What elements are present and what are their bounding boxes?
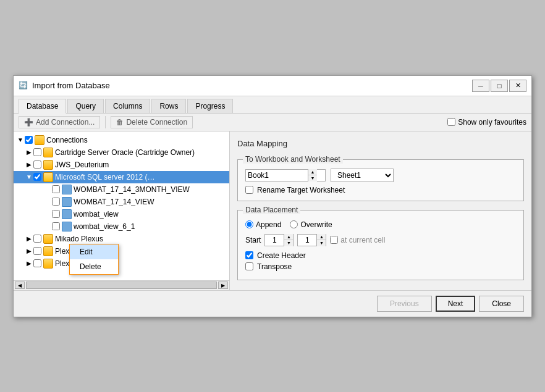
overwrite-radio[interactable] xyxy=(290,220,298,228)
wombat-view-checkbox[interactable] xyxy=(52,210,60,218)
folder-icon xyxy=(35,135,44,145)
add-icon: ➕ xyxy=(24,118,33,127)
workbook-up[interactable]: ▲ xyxy=(308,169,317,175)
tab-columns[interactable]: Columns xyxy=(105,99,150,113)
at-current-cell[interactable]: at current cell xyxy=(330,236,385,244)
expand-icon[interactable]: ▶ xyxy=(25,161,33,169)
connection-tree[interactable]: ▼ Connections ▶ Cartridge Server Oracle … xyxy=(14,131,229,280)
previous-button[interactable]: Previous xyxy=(377,296,432,312)
radio-row: Append Overwrite xyxy=(245,220,516,229)
workbook-group-title: To Workbook and Worksheet xyxy=(243,155,343,164)
transpose-label: Transpose xyxy=(257,262,292,271)
rename-target-checkbox[interactable] xyxy=(245,186,253,194)
expand-icon[interactable]: ▶ xyxy=(25,148,33,157)
title-bar: 🔄 Import from Database ─ □ ✕ xyxy=(14,76,531,96)
close-window-button[interactable]: ✕ xyxy=(509,80,526,92)
expand-icon[interactable]: ▼ xyxy=(16,136,25,144)
workbook-group: To Workbook and Worksheet Book1 ▲ ▼ Shee… xyxy=(237,159,524,201)
tabs-bar: Database Query Columns Rows Progress xyxy=(14,96,531,114)
scroll-right-button[interactable]: ▶ xyxy=(218,281,228,289)
append-option[interactable]: Append xyxy=(245,220,281,229)
show-favourites-checkbox[interactable] xyxy=(447,118,455,126)
bottom-bar: Previous Next Close xyxy=(14,290,531,317)
window-controls: ─ □ ✕ xyxy=(472,80,526,92)
mikado-checkbox[interactable] xyxy=(33,235,41,243)
create-header-row: Create Header xyxy=(245,251,516,260)
tab-progress[interactable]: Progress xyxy=(187,99,233,113)
col-down[interactable]: ▼ xyxy=(284,240,293,246)
expand-icon[interactable]: ▶ xyxy=(25,247,33,256)
tree-item-mikado[interactable]: ▶ Mikado Plexus xyxy=(14,233,229,245)
append-label: Append xyxy=(256,220,281,229)
context-menu: Edit Delete xyxy=(69,244,119,275)
close-button[interactable]: Close xyxy=(479,296,524,312)
data-placement-title: Data Placement xyxy=(243,206,300,214)
start-col-input[interactable] xyxy=(265,236,284,244)
worksheet-select[interactable]: Sheet1 xyxy=(331,169,393,181)
expand-icon[interactable]: ▼ xyxy=(25,173,33,181)
start-row-input[interactable] xyxy=(298,236,316,244)
app-icon: 🔄 xyxy=(19,81,28,91)
at-current-cell-label: at current cell xyxy=(340,236,385,244)
plexus-suite-checkbox[interactable] xyxy=(33,259,41,267)
tree-item-wombat-view-6-1[interactable]: ▶ wombat_view_6_1 xyxy=(14,220,229,233)
transpose-checkbox[interactable] xyxy=(245,262,253,270)
wombat-14-checkbox[interactable] xyxy=(52,198,60,206)
folder-icon xyxy=(43,148,53,157)
rename-target-label: Rename Target Worksheet xyxy=(257,186,345,194)
start-row-spinner: ▲ ▼ xyxy=(316,234,326,246)
expand-icon[interactable]: ▶ xyxy=(25,259,33,268)
overwrite-option[interactable]: Overwrite xyxy=(290,220,332,229)
scroll-track[interactable] xyxy=(26,281,217,289)
worksheet-select-wrapper[interactable]: Sheet1 xyxy=(331,169,394,182)
tab-query[interactable]: Query xyxy=(67,99,104,113)
minimize-button[interactable]: ─ xyxy=(472,80,489,92)
add-connection-button[interactable]: ➕ Add Connection... xyxy=(19,116,100,128)
tree-item-cartridge[interactable]: ▶ Cartridge Server Oracle (Cartridge Own… xyxy=(14,146,229,159)
left-panel: ▼ Connections ▶ Cartridge Server Oracle … xyxy=(14,131,230,290)
tree-item-plexus[interactable]: ▶ Plexus xyxy=(14,245,229,257)
row-down[interactable]: ▼ xyxy=(317,240,326,246)
expand-icon[interactable]: ▶ xyxy=(25,235,33,243)
tree-item-wombat-3month[interactable]: ▶ WOMBAT_17_14_3MONTH_VIEW xyxy=(14,183,229,196)
append-radio[interactable] xyxy=(245,220,253,228)
tree-item-plexus-suite[interactable]: ▶ Plexus Suite xyxy=(14,257,229,270)
workbook-select-wrapper: Book1 ▲ ▼ xyxy=(245,169,326,181)
maximize-button[interactable]: □ xyxy=(491,80,508,92)
delete-connection-button[interactable]: 🗑 Delete Connection xyxy=(111,116,193,128)
start-row-group: ▲ ▼ xyxy=(297,234,326,246)
workbook-spinner: ▲ ▼ xyxy=(308,169,317,181)
next-button[interactable]: Next xyxy=(436,296,476,312)
tree-root-connections[interactable]: ▼ Connections xyxy=(14,134,229,146)
tree-item-mssql[interactable]: ▼ Microsoft SQL server 2012 (with JChemB… xyxy=(14,171,229,183)
connections-checkbox[interactable] xyxy=(25,136,33,144)
table-icon xyxy=(62,197,72,207)
row-up[interactable]: ▲ xyxy=(317,234,326,240)
jws-checkbox[interactable] xyxy=(33,161,41,169)
start-col-spinner: ▲ ▼ xyxy=(284,234,293,246)
col-up[interactable]: ▲ xyxy=(284,234,293,240)
data-mapping-title: Data Mapping xyxy=(237,139,524,148)
at-current-cell-checkbox[interactable] xyxy=(330,236,338,244)
wombat-view-61-checkbox[interactable] xyxy=(52,222,60,230)
context-menu-delete[interactable]: Delete xyxy=(70,259,118,274)
horizontal-scrollbar[interactable]: ◀ ▶ xyxy=(14,280,229,290)
plexus-checkbox[interactable] xyxy=(33,247,41,255)
tree-item-wombat-view[interactable]: ▶ wombat_view xyxy=(14,208,229,220)
workbook-value: Book1 xyxy=(246,171,308,180)
tab-database[interactable]: Database xyxy=(19,99,66,114)
tree-item-jws[interactable]: ▶ JWS_Deuterium xyxy=(14,159,229,171)
tab-rows[interactable]: Rows xyxy=(151,99,186,113)
wombat-3month-checkbox[interactable] xyxy=(52,185,60,193)
context-menu-edit[interactable]: Edit xyxy=(70,244,118,259)
table-icon xyxy=(62,209,72,219)
workbook-down[interactable]: ▼ xyxy=(308,175,317,181)
tree-item-wombat-14[interactable]: ▶ WOMBAT_17_14_VIEW xyxy=(14,196,229,208)
table-icon xyxy=(62,222,72,231)
transpose-row: Transpose xyxy=(245,262,516,271)
mssql-checkbox[interactable] xyxy=(33,173,41,181)
cartridge-checkbox[interactable] xyxy=(33,148,41,156)
show-favourites-label[interactable]: Show only favourites xyxy=(447,118,526,127)
scroll-left-button[interactable]: ◀ xyxy=(15,281,25,289)
create-header-checkbox[interactable] xyxy=(245,251,253,259)
